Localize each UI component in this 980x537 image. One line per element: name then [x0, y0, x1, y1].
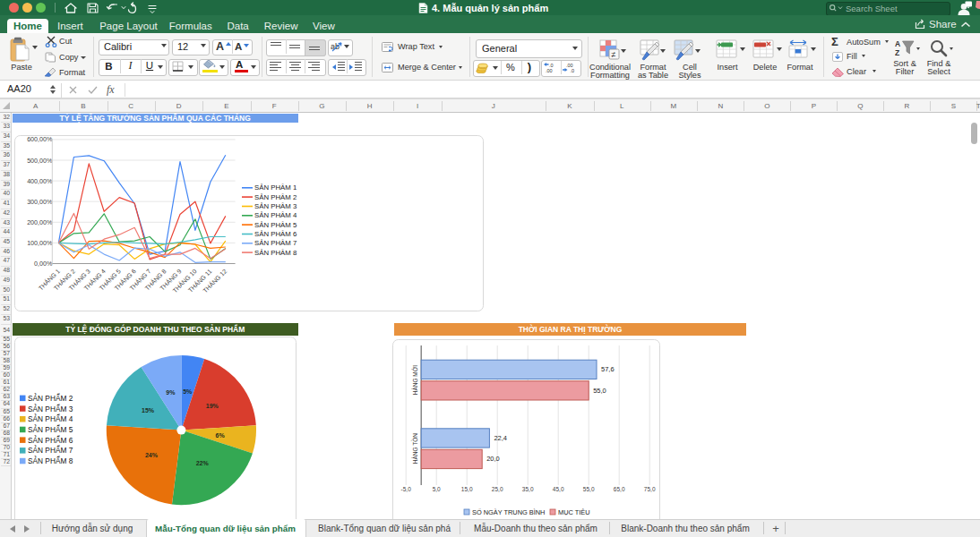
svg-text:SẢN PHẨM 4: SẢN PHẨM 4: [254, 211, 297, 219]
svg-text:SẢN PHẨM 8: SẢN PHẨM 8: [254, 249, 297, 257]
svg-text:15%: 15%: [142, 407, 155, 413]
svg-text:20,0: 20,0: [486, 455, 500, 463]
svg-text:SẢN PHẨM 2: SẢN PHẨM 2: [254, 193, 297, 201]
svg-text:SỐ NGÀY TRUNG BÌNH: SỐ NGÀY TRUNG BÌNH: [472, 507, 545, 516]
svg-text:5%: 5%: [183, 388, 193, 395]
svg-text:HÀNG MỚI: HÀNG MỚI: [412, 365, 419, 396]
svg-text:65,0: 65,0: [614, 486, 625, 492]
svg-text:.00: .00: [546, 68, 553, 73]
svg-text:15,0: 15,0: [461, 486, 473, 492]
svg-text:6%: 6%: [216, 432, 226, 439]
svg-text:500,00%: 500,00%: [27, 157, 53, 165]
svg-text:HÀNG TỒN: HÀNG TỒN: [411, 433, 419, 464]
svg-text:SẢN PHẨM 6: SẢN PHẨM 6: [254, 230, 297, 238]
svg-text:SẢN PHẨM 7: SẢN PHẨM 7: [28, 445, 73, 455]
svg-text:55,0: 55,0: [583, 486, 595, 492]
svg-text:100,00%: 100,00%: [27, 239, 53, 247]
svg-text:SẢN PHẨM 8: SẢN PHẨM 8: [28, 456, 73, 465]
svg-text:SẢN PHẨM 3: SẢN PHẨM 3: [254, 202, 297, 210]
svg-text:19%: 19%: [206, 403, 219, 409]
svg-text:-5,0: -5,0: [401, 486, 412, 492]
svg-text:5,0: 5,0: [433, 486, 441, 492]
svg-text:.0: .0: [571, 68, 575, 73]
svg-text:300,00%: 300,00%: [27, 198, 53, 206]
svg-text:45,0: 45,0: [553, 486, 564, 492]
svg-text:200,00%: 200,00%: [27, 218, 53, 226]
svg-text:A: A: [895, 39, 900, 48]
svg-text:≠: ≠: [612, 50, 616, 59]
svg-text:57,6: 57,6: [601, 365, 615, 373]
svg-text:55,0: 55,0: [593, 387, 606, 395]
svg-text:22,4: 22,4: [494, 434, 507, 442]
svg-text:SẢN PHẨM 7: SẢN PHẨM 7: [254, 239, 297, 247]
svg-text:9%: 9%: [166, 389, 176, 396]
svg-text:SẢN PHẨM 2: SẢN PHẨM 2: [28, 393, 73, 403]
svg-text:600,00%: 600,00%: [27, 135, 53, 143]
svg-text:24%: 24%: [145, 452, 159, 458]
svg-text:SẢN PHẨM 3: SẢN PHẨM 3: [28, 404, 73, 413]
svg-text:MỤC TIÊU: MỤC TIÊU: [558, 508, 590, 516]
svg-text:400,00%: 400,00%: [27, 177, 53, 185]
svg-text:SẢN PHẨM 6: SẢN PHẨM 6: [28, 435, 73, 445]
svg-text:SẢN PHẨM 5: SẢN PHẨM 5: [254, 221, 297, 229]
svg-text:SẢN PHẨM 5: SẢN PHẨM 5: [28, 424, 73, 434]
svg-text:SẢN PHẨM 4: SẢN PHẨM 4: [28, 413, 73, 423]
svg-text:Z: Z: [895, 48, 899, 57]
svg-text:0,00%: 0,00%: [34, 260, 53, 268]
svg-text:75,0: 75,0: [644, 486, 656, 492]
svg-text:25,0: 25,0: [492, 486, 503, 492]
svg-text:SẢN PHẨM 1: SẢN PHẨM 1: [254, 183, 297, 192]
svg-text:22%: 22%: [196, 460, 210, 466]
svg-text:35,0: 35,0: [522, 486, 534, 492]
